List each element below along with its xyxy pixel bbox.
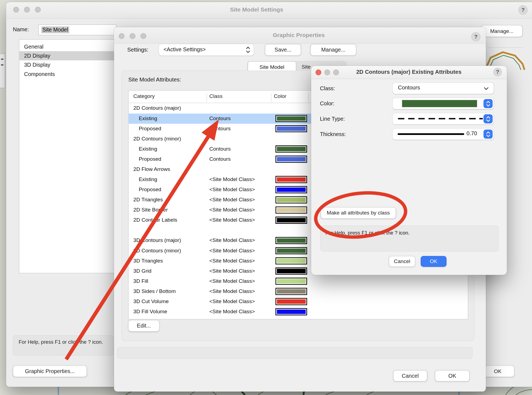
row-category: Existing xyxy=(139,176,157,182)
row-class: <Site Model Class> xyxy=(209,176,255,182)
close-icon[interactable] xyxy=(13,7,19,13)
line-type-picker[interactable] xyxy=(393,113,494,125)
window-a-manage-button[interactable]: Manage... xyxy=(481,25,523,37)
zoom-icon[interactable] xyxy=(35,7,41,13)
row-color-swatch[interactable] xyxy=(276,288,307,295)
row-color-swatch[interactable] xyxy=(276,267,307,275)
dialog-title: 2D Contours (major) Existing Attributes xyxy=(341,69,477,75)
row-color-swatch[interactable] xyxy=(276,247,307,254)
row-class: Contours xyxy=(209,156,231,162)
manage-button[interactable]: Manage... xyxy=(310,44,356,56)
row-class: <Site Model Class> xyxy=(209,237,255,243)
make-all-attributes-by-class-button[interactable]: Make all attributes by class xyxy=(321,207,396,219)
row-category: Existing xyxy=(139,115,157,121)
cancel-button[interactable]: Cancel xyxy=(389,256,415,267)
row-color-swatch[interactable] xyxy=(276,196,307,204)
column-divider xyxy=(308,93,309,102)
zoom-icon[interactable] xyxy=(141,33,146,39)
row-color-swatch[interactable] xyxy=(276,176,307,183)
table-row[interactable]: 3D Fill <Site Model Class> xyxy=(128,276,468,286)
zoom-icon[interactable] xyxy=(333,69,339,75)
thickness-picker[interactable]: 0.70 xyxy=(393,128,494,140)
row-category: 3D Fill xyxy=(133,278,148,284)
row-color-swatch[interactable] xyxy=(276,145,307,153)
thickness-label: Thickness: xyxy=(320,131,346,137)
ok-button[interactable]: OK xyxy=(421,256,447,267)
row-color-swatch[interactable] xyxy=(276,278,307,285)
row-color-swatch[interactable] xyxy=(276,156,307,163)
color-label: Color: xyxy=(320,101,335,107)
name-input[interactable]: Site Model xyxy=(38,24,116,35)
cancel-button[interactable]: Cancel xyxy=(393,370,427,382)
row-class: <Site Model Class> xyxy=(209,288,255,294)
sidebar-item[interactable]: 2D Display xyxy=(19,51,116,60)
dialog-existing-attributes: 2D Contours (major) Existing Attributes … xyxy=(311,66,507,275)
row-category: 2D Contour Labels xyxy=(133,217,177,223)
class-select-value: Contours xyxy=(398,85,420,91)
row-color-swatch[interactable] xyxy=(276,125,307,132)
table-row[interactable]: 3D Cut Volume <Site Model Class> xyxy=(128,297,468,307)
edit-button[interactable]: Edit... xyxy=(128,320,159,332)
close-icon[interactable] xyxy=(315,69,321,75)
stepper-icon[interactable] xyxy=(483,114,492,123)
row-class: Contours xyxy=(209,146,231,152)
minimize-icon[interactable] xyxy=(324,69,330,75)
row-category: 2D Contours (minor) xyxy=(133,136,181,142)
settings-select[interactable]: <Active Settings> xyxy=(159,44,254,56)
column-class[interactable]: Class xyxy=(209,93,223,99)
row-class: <Site Model Class> xyxy=(209,207,255,213)
help-icon[interactable]: ? xyxy=(493,68,502,76)
help-icon[interactable]: ? xyxy=(519,5,528,15)
row-category: 3D Contours (minor) xyxy=(133,247,181,253)
line-type-label: Line Type: xyxy=(320,116,345,122)
ok-button[interactable]: OK xyxy=(435,370,470,382)
row-color-swatch[interactable] xyxy=(276,308,307,315)
tab-site-second[interactable]: Site xyxy=(302,64,311,70)
row-class: <Site Model Class> xyxy=(209,258,255,264)
table-row[interactable]: 3D Sides / Bottom <Site Model Class> xyxy=(128,286,468,297)
class-label: Class: xyxy=(320,85,335,91)
save-button[interactable]: Save... xyxy=(265,44,301,56)
row-color-swatch[interactable] xyxy=(276,257,307,264)
color-picker[interactable] xyxy=(393,98,494,109)
row-color-swatch[interactable] xyxy=(276,186,307,193)
minimize-icon[interactable] xyxy=(24,7,30,13)
sidebar-item[interactable]: General xyxy=(19,42,116,51)
window-a-ok-button[interactable]: OK xyxy=(481,365,514,377)
color-value-bar xyxy=(402,100,477,107)
settings-label: Settings: xyxy=(127,47,148,53)
row-color-swatch[interactable] xyxy=(276,298,307,305)
row-category: 3D Fill Volume xyxy=(133,309,167,315)
window-a-title: Site Model Settings xyxy=(230,6,283,13)
row-category: Proposed xyxy=(139,125,161,131)
row-category: Proposed xyxy=(139,187,161,193)
row-class: <Site Model Class> xyxy=(209,187,255,193)
sidebar-item[interactable]: 3D Display xyxy=(19,60,116,69)
stepper-icon[interactable] xyxy=(483,99,492,108)
graphic-properties-button[interactable]: Graphic Properties... xyxy=(13,365,87,377)
row-category: 2D Flow Arrows xyxy=(133,166,170,172)
row-category: Proposed xyxy=(139,156,161,162)
thickness-value: 0.70 xyxy=(466,131,477,137)
row-color-swatch[interactable] xyxy=(276,217,307,224)
minimize-icon[interactable] xyxy=(130,33,135,39)
row-class: <Site Model Class> xyxy=(209,217,255,223)
row-category: Existing xyxy=(139,146,157,152)
class-select[interactable]: Contours xyxy=(393,83,494,94)
table-row[interactable]: 3D Fill Volume <Site Model Class> xyxy=(128,307,468,317)
row-class: Contours xyxy=(209,115,231,121)
row-color-swatch[interactable] xyxy=(276,115,307,122)
column-color[interactable]: Color xyxy=(274,93,286,99)
row-color-swatch[interactable] xyxy=(276,237,307,244)
close-icon[interactable] xyxy=(119,33,125,39)
help-icon[interactable]: ? xyxy=(471,32,480,41)
sidebar-item[interactable]: Components xyxy=(19,69,116,78)
status-help-text: For Help, press F1 or click the ? icon. xyxy=(13,335,114,356)
row-color-swatch[interactable] xyxy=(276,207,307,214)
row-category: 3D Sides / Bottom xyxy=(133,288,176,294)
column-category[interactable]: Category xyxy=(133,93,155,99)
thickness-line-preview xyxy=(398,133,464,135)
stepper-icon[interactable] xyxy=(483,129,492,139)
row-category: 2D Contours (major) xyxy=(133,105,181,111)
name-label: Name: xyxy=(13,26,29,32)
